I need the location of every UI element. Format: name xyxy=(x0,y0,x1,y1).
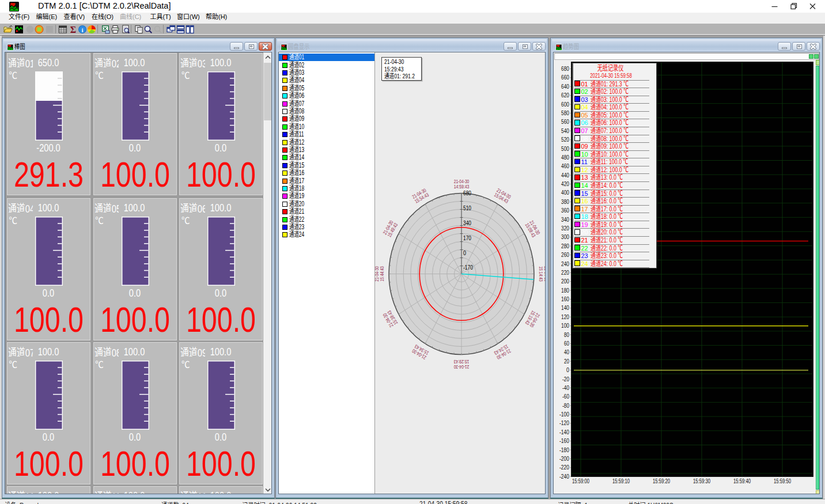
svg-text:640: 640 xyxy=(561,84,569,90)
svg-text:340: 340 xyxy=(463,219,471,226)
svg-text:0: 0 xyxy=(463,249,466,256)
svg-text:-160: -160 xyxy=(559,438,569,444)
svg-text:-170: -170 xyxy=(463,264,473,271)
svg-text:15:59:50: 15:59:50 xyxy=(774,478,791,484)
svg-text:510: 510 xyxy=(463,204,471,211)
svg-text:200: 200 xyxy=(561,278,569,285)
svg-text:-100: -100 xyxy=(559,411,569,418)
svg-text:420: 420 xyxy=(561,181,569,187)
svg-text:-40: -40 xyxy=(562,385,569,391)
svg-text:600: 600 xyxy=(561,101,569,108)
svg-text:-180: -180 xyxy=(559,447,569,453)
svg-text:15:59:30: 15:59:30 xyxy=(693,478,710,484)
svg-text:15:29:43: 15:29:43 xyxy=(454,359,470,365)
svg-text:-200: -200 xyxy=(559,456,569,462)
svg-text:340: 340 xyxy=(561,217,569,223)
svg-text:15:59:40: 15:59:40 xyxy=(733,478,751,484)
svg-text:0: 0 xyxy=(566,367,569,373)
svg-text:480: 480 xyxy=(561,154,569,161)
svg-text:-80: -80 xyxy=(562,403,569,409)
svg-text:540: 540 xyxy=(561,128,569,134)
svg-text:15:59:20: 15:59:20 xyxy=(653,478,670,484)
svg-text:220: 220 xyxy=(561,270,569,276)
svg-text:500: 500 xyxy=(561,146,569,152)
svg-text:280: 280 xyxy=(561,243,569,249)
svg-text:80: 80 xyxy=(564,332,569,338)
svg-text:300: 300 xyxy=(561,234,569,240)
svg-text:14:59:43: 14:59:43 xyxy=(454,184,470,190)
svg-text:320: 320 xyxy=(561,225,569,232)
svg-text:-20: -20 xyxy=(562,376,569,382)
svg-text:-120: -120 xyxy=(559,420,569,426)
svg-text:120: 120 xyxy=(561,314,569,320)
svg-text:170: 170 xyxy=(463,234,471,241)
svg-text:380: 380 xyxy=(561,199,569,205)
svg-text:60: 60 xyxy=(564,340,569,347)
svg-text:460: 460 xyxy=(561,163,569,169)
svg-text:Σ: Σ xyxy=(70,25,76,34)
svg-text:15:14:43: 15:14:43 xyxy=(538,266,544,282)
svg-text:180: 180 xyxy=(561,287,569,294)
svg-text:i: i xyxy=(81,26,83,33)
svg-text:240: 240 xyxy=(561,261,569,267)
svg-text:620: 620 xyxy=(561,92,569,98)
svg-text:680: 680 xyxy=(561,66,569,72)
svg-text:40: 40 xyxy=(564,349,569,355)
svg-text:15:59:00: 15:59:00 xyxy=(572,478,589,484)
svg-text:140: 140 xyxy=(561,305,569,311)
svg-text:15:59:10: 15:59:10 xyxy=(612,478,630,484)
svg-text:260: 260 xyxy=(561,252,569,258)
svg-text:520: 520 xyxy=(561,137,569,143)
svg-text:160: 160 xyxy=(561,296,569,302)
svg-text:560: 560 xyxy=(561,119,569,125)
svg-text:680: 680 xyxy=(463,190,471,196)
svg-text:100: 100 xyxy=(561,323,569,329)
svg-text:400: 400 xyxy=(561,190,569,196)
svg-text:-60: -60 xyxy=(562,393,569,400)
svg-text:-140: -140 xyxy=(559,429,569,435)
svg-text:-220: -220 xyxy=(559,464,569,471)
svg-text:440: 440 xyxy=(561,172,569,179)
svg-text:360: 360 xyxy=(561,207,569,214)
svg-text:580: 580 xyxy=(561,110,569,116)
svg-text:15:44:43: 15:44:43 xyxy=(379,266,385,282)
svg-text:20: 20 xyxy=(564,358,569,365)
svg-text:660: 660 xyxy=(561,74,569,81)
